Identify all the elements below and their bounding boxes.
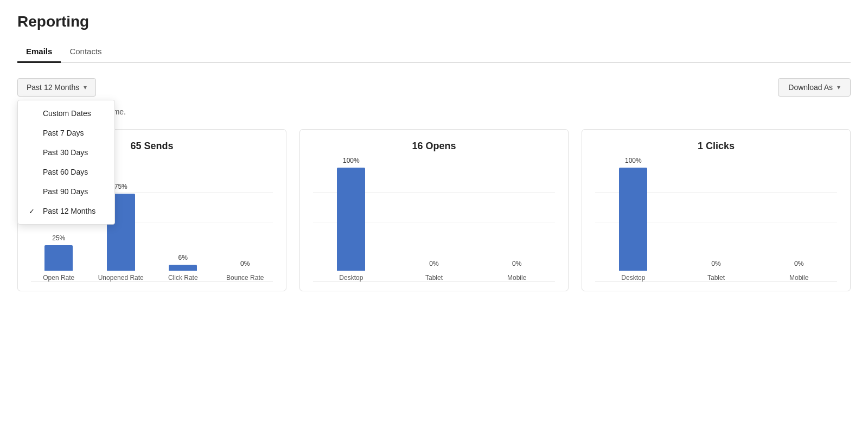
bar-pct-label: 100% bbox=[343, 157, 360, 164]
bar-axis-label: Unopened Rate bbox=[98, 274, 144, 282]
tab-contacts[interactable]: Contacts bbox=[61, 41, 110, 63]
bar-desktop: 100% bbox=[337, 168, 365, 271]
download-label: Download As bbox=[788, 83, 833, 92]
time-filter-dropdown: Custom Dates Past 7 Days Past 30 Days Pa… bbox=[17, 100, 115, 225]
option-label: Past 60 Days bbox=[43, 168, 88, 176]
chevron-down-icon: ▾ bbox=[837, 84, 840, 91]
bar-chart-opens: 100%Desktop0%Tablet0%Mobile bbox=[313, 163, 555, 282]
option-label: Past 30 Days bbox=[43, 148, 88, 157]
bar-axis-label: Bounce Rate bbox=[226, 274, 264, 282]
bar-chart-clicks: 100%Desktop0%Tablet0%Mobile bbox=[595, 163, 837, 282]
bar-open-rate: 25% bbox=[44, 245, 73, 271]
page-container: Reporting Emails Contacts Past 12 Months… bbox=[0, 0, 868, 304]
time-filter-wrapper: Past 12 Months ▾ Custom Dates Past 7 Day… bbox=[17, 78, 96, 97]
chart-card-clicks: 1 Clicks100%Desktop0%Tablet0%Mobile bbox=[582, 129, 851, 291]
page-title: Reporting bbox=[17, 13, 851, 30]
bar-pct-label: 0% bbox=[512, 260, 521, 267]
time-filter-label: Past 12 Months bbox=[27, 83, 79, 92]
option-30-days[interactable]: Past 30 Days bbox=[18, 143, 114, 162]
bar-pct-label: 0% bbox=[794, 260, 803, 267]
download-as-button[interactable]: Download As ▾ bbox=[778, 78, 851, 97]
bar-group-click-rate: 6%Click Rate bbox=[155, 163, 211, 282]
chart-title-opens: 16 Opens bbox=[313, 140, 555, 152]
bar-group-desktop: 100%Desktop bbox=[595, 163, 672, 282]
bar-group-tablet: 0%Tablet bbox=[396, 163, 473, 282]
bar-pct-label: 0% bbox=[240, 260, 250, 267]
bar-click-rate: 6% bbox=[169, 265, 197, 271]
bar-axis-label: Tablet bbox=[425, 274, 443, 282]
bar-group-desktop: 100%Desktop bbox=[313, 163, 390, 282]
bar-pct-label: 0% bbox=[711, 260, 720, 267]
option-custom-dates[interactable]: Custom Dates bbox=[18, 104, 114, 123]
bar-axis-label: Mobile bbox=[789, 274, 808, 282]
subtitle: p emailing stats during this time. bbox=[17, 107, 851, 116]
bar-axis-label: Tablet bbox=[707, 274, 725, 282]
bar-pct-label: 25% bbox=[52, 234, 65, 242]
option-label: Custom Dates bbox=[43, 109, 91, 118]
bar-pct-label: 100% bbox=[625, 157, 642, 164]
tabs-bar: Emails Contacts bbox=[17, 41, 851, 63]
option-12-months[interactable]: ✓ Past 12 Months bbox=[18, 201, 114, 221]
chart-title-clicks: 1 Clicks bbox=[595, 140, 837, 152]
bar-group-bounce-rate: 0%Bounce Rate bbox=[218, 163, 273, 282]
option-90-days[interactable]: Past 90 Days bbox=[18, 182, 114, 201]
toolbar: Past 12 Months ▾ Custom Dates Past 7 Day… bbox=[17, 78, 851, 97]
bar-pct-label: 6% bbox=[178, 254, 188, 261]
bar-pct-label: 75% bbox=[114, 183, 127, 190]
option-7-days[interactable]: Past 7 Days bbox=[18, 123, 114, 143]
bar-axis-label: Open Rate bbox=[43, 274, 74, 282]
bar-axis-label: Desktop bbox=[339, 274, 363, 282]
option-60-days[interactable]: Past 60 Days bbox=[18, 162, 114, 182]
bar-axis-label: Click Rate bbox=[168, 274, 198, 282]
bar-desktop: 100% bbox=[619, 168, 647, 271]
content-area: Past 12 Months ▾ Custom Dates Past 7 Day… bbox=[17, 78, 851, 291]
time-filter-button[interactable]: Past 12 Months ▾ bbox=[17, 78, 96, 97]
option-label: Past 7 Days bbox=[43, 129, 84, 137]
chevron-down-icon: ▾ bbox=[84, 84, 87, 91]
bar-axis-label: Mobile bbox=[507, 274, 526, 282]
bar-axis-label: Desktop bbox=[621, 274, 645, 282]
bar-group-tablet: 0%Tablet bbox=[678, 163, 755, 282]
tab-emails[interactable]: Emails bbox=[17, 41, 61, 63]
option-label: Past 90 Days bbox=[43, 187, 88, 196]
chart-card-opens: 16 Opens100%Desktop0%Tablet0%Mobile bbox=[299, 129, 569, 291]
charts-row: 65 Sends25%Open Rate75%Unopened Rate6%Cl… bbox=[17, 129, 851, 291]
bar-group-mobile: 0%Mobile bbox=[761, 163, 837, 282]
bar-pct-label: 0% bbox=[429, 260, 438, 267]
option-label: Past 12 Months bbox=[43, 207, 95, 215]
bar-group-mobile: 0%Mobile bbox=[478, 163, 555, 282]
